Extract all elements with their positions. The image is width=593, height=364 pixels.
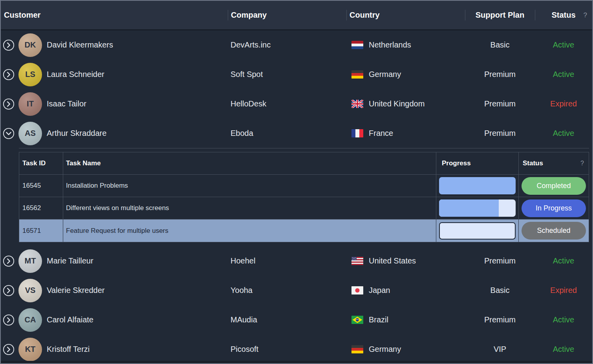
task-id[interactable]: 16571 [19, 219, 63, 242]
customer-row[interactable]: ASArthur SkraddareEbodaFrancePremiumActi… [1, 119, 592, 148]
task-column-header-progress[interactable]: Progress [436, 152, 519, 175]
task-name[interactable]: Installation Problems [63, 175, 436, 197]
progress-bar [439, 222, 516, 240]
status-cell: Active [535, 129, 592, 138]
customer-name: Arthur Skraddare [47, 129, 106, 138]
status-cell: Active [535, 315, 592, 324]
status-cell: Active [535, 40, 592, 49]
customer-name: Valerie Skredder [47, 286, 104, 295]
chevron-right-icon [3, 98, 15, 110]
expand-button[interactable] [3, 39, 15, 51]
task-id[interactable]: 16562 [19, 197, 63, 219]
status-cell: Active [535, 345, 592, 354]
company-name: Picosoft [231, 345, 258, 353]
column-header-customer[interactable]: Customer [1, 1, 228, 29]
country-name: Netherlands [369, 40, 411, 49]
expand-button[interactable] [3, 255, 15, 267]
support-plan-value: Premium [484, 99, 516, 108]
task-progress-cell [436, 197, 519, 219]
support-plan-cell: Basic [465, 286, 535, 295]
column-header-support-plan[interactable]: Support Plan [465, 1, 535, 29]
task-progress-cell [436, 219, 519, 242]
status-text: Active [553, 129, 574, 137]
expand-button[interactable] [3, 128, 15, 139]
task-column-header-name-label: Task Name [66, 159, 101, 167]
task-name-value: Different views on multiple screens [66, 204, 169, 212]
column-header-country[interactable]: Country [346, 1, 465, 29]
task-column-header-id-label: Task ID [22, 159, 46, 167]
customer-row[interactable]: MTMarie TailleurHoehelUnited StatesPremi… [1, 246, 592, 276]
country-cell: Brazil [346, 315, 465, 324]
task-name[interactable]: Different views on multiple screens [63, 197, 436, 219]
customer-name: Kristoff Terzi [47, 345, 90, 354]
support-plan-value: Premium [484, 70, 516, 79]
support-plan-value: Basic [491, 286, 510, 294]
flag-icon-jp [351, 286, 363, 294]
status-badge[interactable]: Completed [522, 177, 586, 195]
task-column-header-name[interactable]: Task Name [63, 152, 436, 175]
country-cell: United Kingdom [346, 99, 465, 108]
support-plan-value: Basic [491, 40, 510, 49]
expand-button[interactable] [3, 69, 15, 80]
support-plan-cell: Premium [465, 129, 535, 138]
grid-body: DKDavid KleermakersDevArts.incNetherland… [1, 30, 592, 364]
country-name: Germany [369, 345, 401, 354]
customer-row[interactable]: LSLaura SchneiderSoft SpotGermanyPremium… [1, 60, 592, 89]
customer-row[interactable]: KTKristoff TerziPicosoftGermanyVIPActive [1, 335, 592, 364]
avatar: IT [18, 92, 42, 116]
country-name: United States [369, 256, 416, 265]
task-column-header-id[interactable]: Task ID [19, 152, 63, 175]
column-header-support-plan-label: Support Plan [476, 11, 524, 20]
support-plan-cell: Premium [465, 70, 535, 79]
column-header-customer-label: Customer [4, 11, 40, 20]
expand-button[interactable] [3, 98, 15, 110]
status-badge[interactable]: In Progress [522, 199, 586, 217]
customer-row[interactable]: VSValerie SkredderYoohaJapanBasicExpired [1, 276, 592, 305]
country-cell: Japan [346, 286, 465, 295]
customer-name: David Kleermakers [47, 40, 113, 49]
status-cell: Expired [535, 286, 592, 295]
customer-row[interactable]: ITIsaac TailorHelloDeskUnited KingdomPre… [1, 89, 592, 119]
customer-cell: KTKristoff Terzi [1, 335, 228, 364]
customer-name: Carol Alfaiate [47, 315, 93, 324]
flag-icon-de [351, 345, 363, 353]
customer-cell: MTMarie Tailleur [1, 246, 228, 276]
chevron-right-icon [3, 69, 15, 80]
customer-row[interactable]: CACarol AlfaiateMAudiaBrazilPremiumActiv… [1, 305, 592, 335]
task-name-value: Feature Request for multiple users [66, 227, 168, 235]
company-cell: HelloDesk [228, 99, 346, 108]
flag-icon-nl [351, 41, 363, 49]
chevron-down-icon [3, 128, 15, 139]
help-icon[interactable]: ? [584, 11, 587, 19]
customer-name: Marie Tailleur [47, 256, 93, 265]
company-cell: DevArts.inc [228, 40, 346, 49]
country-cell: United States [346, 256, 465, 265]
company-cell: Hoehel [228, 256, 346, 265]
column-divider [346, 10, 347, 20]
company-name: Hoehel [231, 256, 255, 265]
expand-button[interactable] [3, 285, 15, 296]
task-status-cell: Completed [519, 175, 589, 197]
status-badge[interactable]: Scheduled [522, 222, 586, 240]
status-cell: Expired [535, 99, 592, 108]
column-divider [465, 10, 465, 20]
column-header-status-label: Status [551, 11, 575, 20]
country-name: France [369, 129, 393, 138]
column-header-status[interactable]: Status ? [535, 1, 592, 29]
company-cell: Picosoft [228, 345, 346, 354]
task-name[interactable]: Feature Request for multiple users [63, 219, 436, 242]
column-header-company[interactable]: Company [228, 1, 346, 29]
task-id[interactable]: 16545 [19, 175, 63, 197]
company-name: HelloDesk [231, 99, 266, 108]
country-cell: Germany [346, 70, 465, 79]
company-cell: MAudia [228, 315, 346, 324]
expand-button[interactable] [3, 344, 15, 355]
task-column-header-status[interactable]: Status? [519, 152, 589, 175]
customer-cell: ITIsaac Tailor [1, 89, 228, 119]
avatar: VS [18, 279, 42, 302]
customer-row[interactable]: DKDavid KleermakersDevArts.incNetherland… [1, 30, 592, 60]
help-icon[interactable]: ? [580, 160, 584, 167]
status-cell: Active [535, 70, 592, 79]
expand-button[interactable] [3, 314, 15, 326]
grid-header: Customer Company Country Support Plan St… [1, 1, 592, 30]
